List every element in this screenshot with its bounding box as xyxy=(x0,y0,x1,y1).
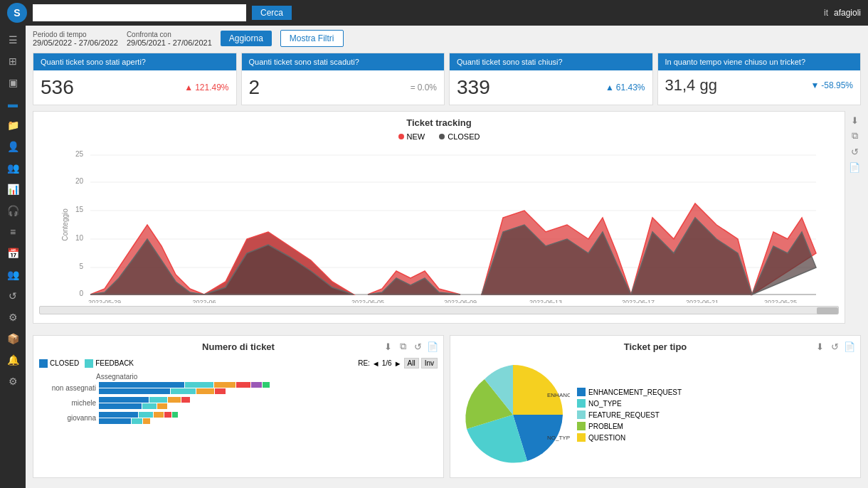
sidebar-chart-icon[interactable]: 📊 xyxy=(4,181,21,198)
sidebar-settings-icon[interactable]: ⚙ xyxy=(4,309,21,326)
search-button[interactable]: Cerca xyxy=(252,6,292,20)
bar-orange-1 xyxy=(214,382,235,388)
tipo-doc-icon[interactable]: 📄 xyxy=(843,340,856,353)
scrollbar-thumb[interactable] xyxy=(817,307,838,314)
chart-title: Ticket tracking xyxy=(39,117,839,128)
sidebar-list-icon[interactable]: ≡ xyxy=(4,223,21,240)
prev-button[interactable]: ◄ xyxy=(372,359,380,368)
update-button[interactable]: Aggiorna xyxy=(221,31,272,46)
nt-copy-icon[interactable]: ⧉ xyxy=(396,340,409,353)
search-input[interactable] xyxy=(33,4,246,21)
copy-icon[interactable]: ⧉ xyxy=(848,129,861,142)
kpi-opened-arrow: ▲ xyxy=(184,83,193,92)
sidebar-home-icon[interactable]: ⊞ xyxy=(4,53,21,70)
next-button[interactable]: ► xyxy=(394,359,402,368)
bar-blue-g1 xyxy=(99,412,138,418)
bar-label-giovanna: giovanna xyxy=(39,414,96,422)
kpi-time: In quanto tempo viene chiuso un tricket?… xyxy=(657,53,862,105)
compare-date: 29/05/2021 - 27/06/2021 xyxy=(127,38,212,47)
tipo-refresh-icon[interactable]: ↺ xyxy=(828,340,841,353)
y-axis-label: Assegnatario xyxy=(96,373,438,381)
legend-new-dot xyxy=(398,134,404,139)
pie-legend-label-question: QUESTION xyxy=(588,434,625,442)
doc-icon[interactable]: 📄 xyxy=(848,161,861,174)
sidebar-config-icon[interactable]: ⚙ xyxy=(4,373,21,390)
bar-stacks-nonassegnati xyxy=(99,382,438,394)
bar-row-giovanna: giovanna xyxy=(39,412,438,424)
pie-legend-box-enhancement xyxy=(577,388,586,396)
language-selector[interactable]: it xyxy=(824,8,828,18)
filter-bar: Periodo di tempo 29/05/2022 - 27/06/2022… xyxy=(33,30,861,47)
nt-download-icon[interactable]: ⬇ xyxy=(381,340,394,353)
logo: S xyxy=(7,3,27,23)
chart-scrollbar[interactable] xyxy=(39,306,839,314)
sidebar-user-icon[interactable]: 👤 xyxy=(4,138,21,155)
bar-cyan-m1 xyxy=(149,397,167,403)
nt-refresh-icon[interactable]: ↺ xyxy=(411,340,424,353)
bar-blue-g2 xyxy=(99,418,131,424)
inv-button[interactable]: Inv xyxy=(421,358,438,368)
bar-stack-m1 xyxy=(99,397,438,403)
svg-text:2022-05-29: 2022-05-29 xyxy=(88,299,121,303)
svg-text:2022-06-05: 2022-06-05 xyxy=(351,299,384,303)
bar-red-1 xyxy=(236,382,250,388)
sidebar-menu-icon[interactable]: ☰ xyxy=(4,31,21,48)
download-icon[interactable]: ⬇ xyxy=(848,114,861,127)
kpi-closed-pct: 61.43% xyxy=(616,83,645,92)
bar-orange-2 xyxy=(196,388,214,394)
svg-text:5: 5 xyxy=(79,262,83,270)
topbar: S Cerca it afagioli xyxy=(0,0,868,26)
kpi-opened-header: Quanti ticket sono stati aperti? xyxy=(33,53,236,70)
sidebar-calendar-icon[interactable]: 📅 xyxy=(4,245,21,262)
legend-new-label: NEW xyxy=(407,132,425,141)
kpi-time-change: ▼ -58.95% xyxy=(810,80,853,90)
ticket-per-tipo-title: Ticket per tipo xyxy=(456,341,854,352)
tracking-svg: 25 20 15 10 5 0 Conteggio xyxy=(39,147,839,303)
kpi-opened-value: 536 xyxy=(41,76,74,99)
bar-chart: Assegnatario non assegnati xyxy=(39,373,438,424)
user-menu[interactable]: afagioli xyxy=(834,8,861,18)
kpi-closed-change: ▲ 61.43% xyxy=(605,83,645,92)
pie-label-notype: NO_TYPE xyxy=(547,435,570,441)
legend-feedback-text: FEEDBACK xyxy=(95,359,134,367)
sidebar-headset-icon[interactable]: 🎧 xyxy=(4,202,21,219)
bar-orange-m1 xyxy=(168,397,181,403)
pie-legend-label-enhancement: ENHANCEMENT_REQUEST xyxy=(588,388,682,396)
sidebar-dashboard-icon[interactable]: ▣ xyxy=(4,74,21,91)
sidebar-folder-icon[interactable]: 📁 xyxy=(4,117,21,134)
sidebar-bell-icon[interactable]: 🔔 xyxy=(4,351,21,368)
svg-marker-16 xyxy=(204,245,354,295)
bar-row-nonassegnati: non assegnati xyxy=(39,382,438,394)
kpi-expired-pct: 0.0% xyxy=(418,83,437,92)
kpi-closed: Quanti ticket sono stati chiusi? 339 ▲ 6… xyxy=(449,53,653,105)
numero-ticket-title: Numero di ticket xyxy=(39,341,438,352)
pie-legend-enhancement: ENHANCEMENT_REQUEST xyxy=(577,388,682,396)
sidebar-users-icon[interactable]: 👥 xyxy=(4,159,21,176)
filter-button[interactable]: Mostra Filtri xyxy=(280,30,344,47)
pie-legend-box-problem xyxy=(577,422,586,430)
tipo-download-icon[interactable]: ⬇ xyxy=(813,340,826,353)
kpi-opened: Quanti ticket sono stati aperti? 536 ▲ 1… xyxy=(33,53,237,105)
pie-container: ENHANCEMENT_REQUEST NO_TYPE xyxy=(456,358,570,472)
kpi-closed-header: Quanti ticket sono stati chiusi? xyxy=(450,53,652,70)
bar-red-m1 xyxy=(181,397,190,403)
sidebar-package-icon[interactable]: 📦 xyxy=(4,330,21,347)
kpi-expired-body: 2 = 0.0% xyxy=(242,70,445,105)
bar-blue-m2 xyxy=(99,403,142,409)
all-button[interactable]: All xyxy=(404,358,419,368)
bar-cyan-g1 xyxy=(139,412,153,418)
kpi-time-value: 31,4 gg xyxy=(665,76,717,95)
chart-legend: NEW CLOSED xyxy=(39,132,839,141)
pie-legend-label-feature: FEATURE_REQUEST xyxy=(588,411,660,419)
sidebar-refresh-icon[interactable]: ↺ xyxy=(4,287,21,304)
sidebar-team-icon[interactable]: 👥 xyxy=(4,266,21,283)
bar-orange-g1 xyxy=(154,412,164,418)
bar-stack-g1 xyxy=(99,412,438,418)
bar-purple-1 xyxy=(251,382,262,388)
nt-doc-icon[interactable]: 📄 xyxy=(426,340,439,353)
pie-legend-feature: FEATURE_REQUEST xyxy=(577,410,682,419)
sidebar-tickets-icon[interactable]: ▬ xyxy=(4,95,21,112)
main-content: Periodo di tempo 29/05/2022 - 27/06/2022… xyxy=(26,26,868,488)
refresh-icon[interactable]: ↺ xyxy=(848,145,861,158)
legend-new: NEW xyxy=(398,132,425,141)
